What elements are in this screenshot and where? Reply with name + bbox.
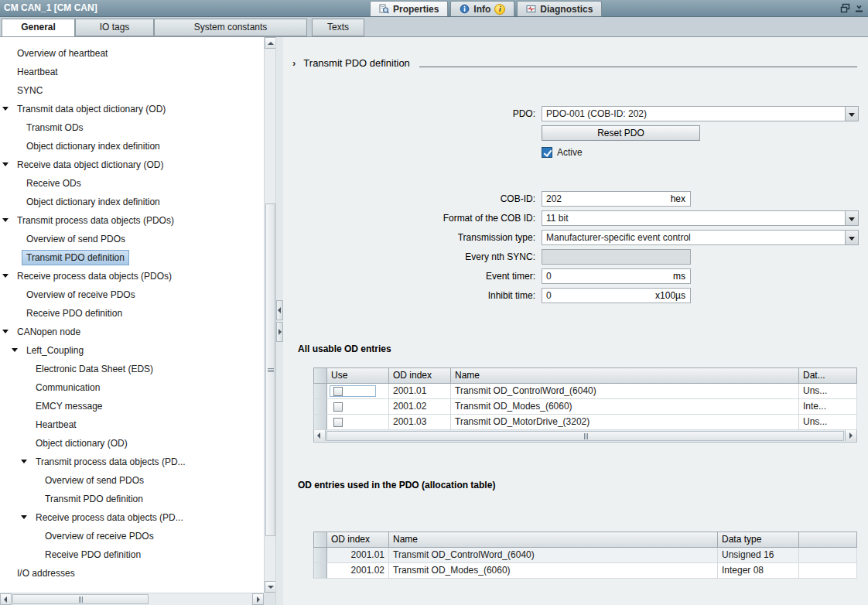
dropdown-arrow-icon[interactable] (845, 107, 858, 121)
table-row[interactable]: 2001.02Transmit OD_Modes_(6060)Inte... (313, 399, 857, 415)
column-header[interactable]: Name (389, 532, 718, 548)
expand-triangle-icon[interactable] (12, 348, 18, 352)
use-checkbox-cell[interactable] (330, 416, 376, 428)
cob-format-select[interactable]: 11 bit (542, 210, 859, 226)
row-selector[interactable] (313, 384, 327, 399)
active-checkbox[interactable] (542, 147, 552, 158)
column-header[interactable] (799, 532, 857, 548)
table-horizontal-scrollbar[interactable] (313, 430, 857, 443)
scroll-up-icon[interactable] (265, 37, 276, 49)
sidebar-horizontal-scrollbar[interactable] (0, 593, 264, 605)
scroll-down-icon[interactable] (265, 581, 276, 593)
tab-diagnostics[interactable]: Diagnostics (517, 1, 602, 16)
tab-properties[interactable]: Properties (370, 1, 448, 16)
tree-item[interactable]: Heartbeat (0, 415, 264, 433)
tree-item[interactable]: SYNC (0, 80, 264, 99)
tab-texts[interactable]: Texts (312, 19, 364, 36)
tree-item[interactable]: Overview of heartbeat (0, 43, 264, 62)
tree-item[interactable]: Overview of send PDOs (0, 470, 264, 489)
tree-item[interactable]: Receive PDO definition (0, 303, 264, 322)
vertical-scroll-thumb[interactable] (265, 203, 275, 536)
scroll-right-icon[interactable] (252, 593, 264, 605)
expand-triangle-icon[interactable] (2, 274, 9, 278)
column-header[interactable]: Dat... (799, 367, 857, 384)
tree-item[interactable]: Transmit PDO definition (0, 489, 264, 508)
use-checkbox[interactable] (333, 402, 343, 412)
transmission-type-select[interactable]: Manufacturer-specific event control (542, 230, 859, 245)
dropdown-arrow-icon[interactable] (845, 211, 858, 225)
expand-sidebar-button[interactable] (276, 322, 283, 342)
collapse-pane-icon[interactable] (854, 3, 864, 15)
row-selector[interactable] (313, 548, 327, 563)
tree-item[interactable]: Transmit process data objects (PDOs) (0, 210, 264, 229)
tree-item[interactable]: Object dictionary index definition (0, 136, 264, 155)
float-pane-icon[interactable] (840, 3, 850, 15)
tree-item[interactable]: Overview of send PDOs (0, 229, 264, 248)
scroll-left-icon[interactable] (314, 430, 326, 441)
tree-item[interactable]: Transmit process data objects (PD... (0, 452, 264, 470)
expand-triangle-icon[interactable] (2, 162, 9, 166)
tree-item[interactable]: Transmit ODs (0, 118, 264, 136)
table-row[interactable]: 2001.02Transmit OD_Modes_(6060)Integer 0… (313, 563, 857, 579)
tree-item[interactable]: Electronic Data Sheet (EDS) (0, 359, 264, 378)
use-checkbox-cell[interactable] (330, 401, 376, 412)
tree-item[interactable]: Receive ODs (0, 173, 264, 192)
row-selector[interactable] (313, 563, 327, 579)
pdo-select[interactable]: PDO-001 (COB-ID: 202) (542, 106, 859, 121)
use-checkbox-cell[interactable] (330, 385, 376, 397)
tab-system-constants[interactable]: System constants (154, 19, 307, 36)
use-checkbox[interactable] (333, 418, 343, 427)
tree-item[interactable]: Heartbeat (0, 62, 264, 80)
tree-item[interactable]: Communication (0, 378, 264, 396)
tree-item[interactable]: Transmit data object dictionary (OD) (0, 99, 264, 118)
tree-item[interactable]: Object dictionary (OD) (0, 433, 264, 452)
tree-item[interactable]: Receive PDO definition (0, 545, 264, 563)
pane-splitter[interactable] (275, 37, 283, 605)
expand-triangle-icon[interactable] (2, 218, 9, 222)
section-chevron-icon[interactable]: › (292, 57, 296, 69)
tree-item[interactable]: EMCY message (0, 396, 264, 415)
tree-item[interactable]: CANopen node (0, 322, 264, 340)
expand-triangle-icon[interactable] (2, 107, 9, 111)
tree-item[interactable]: Overview of receive PDOs (0, 526, 264, 545)
cob-id-input[interactable]: 202 hex (542, 191, 691, 207)
dropdown-arrow-icon[interactable] (845, 231, 858, 244)
tree-item[interactable]: I/O addresses (0, 563, 264, 582)
row-selector[interactable] (313, 399, 327, 415)
tab-io-tags[interactable]: IO tags (75, 19, 154, 36)
expand-triangle-icon[interactable] (21, 460, 27, 463)
column-header[interactable]: OD index (327, 532, 389, 548)
use-checkbox[interactable] (333, 387, 343, 396)
tab-info[interactable]: Info i (450, 1, 514, 16)
tree-item[interactable]: Transmit PDO definition (0, 248, 264, 266)
horizontal-scroll-thumb[interactable] (326, 431, 844, 441)
tree-item[interactable]: Object dictionary index definition (0, 192, 264, 210)
sidebar-vertical-scrollbar[interactable] (264, 37, 275, 593)
event-timer-input[interactable]: 0 ms (542, 268, 691, 284)
table-row[interactable]: 2001.03Transmit OD_MotorDrive_(3202)Uns.… (313, 415, 857, 430)
scroll-right-icon[interactable] (845, 430, 856, 441)
table-row[interactable]: 2001.01Transmit OD_ControlWord_(6040)Uns… (313, 384, 857, 399)
scroll-track[interactable] (326, 430, 845, 442)
window-controls (840, 3, 864, 15)
column-header[interactable]: Use (327, 367, 389, 384)
tree-item[interactable]: Receive process data objects (PDOs) (0, 266, 264, 285)
column-header[interactable]: Name (451, 367, 799, 384)
expand-triangle-icon[interactable] (2, 330, 9, 333)
tree-item[interactable]: Left_Coupling (0, 340, 264, 359)
column-header[interactable]: OD index (389, 367, 451, 384)
row-selector[interactable] (313, 415, 327, 430)
expand-triangle-icon[interactable] (21, 515, 27, 519)
tree-item[interactable]: Receive data object dictionary (OD) (0, 155, 264, 173)
tree-item[interactable]: Receive process data objects (PD... (0, 508, 264, 526)
column-header[interactable]: Data type (718, 532, 799, 548)
reset-pdo-button[interactable]: Reset PDO (542, 125, 700, 141)
tab-general[interactable]: General (2, 19, 75, 37)
usable-od-table-head: UseOD indexNameDat... (313, 367, 857, 384)
horizontal-scroll-thumb[interactable] (12, 594, 149, 604)
table-row[interactable]: 2001.01Transmit OD_ControlWord_(6040)Uns… (313, 548, 857, 563)
collapse-sidebar-button[interactable] (276, 300, 283, 320)
tree-item[interactable]: Overview of receive PDOs (0, 285, 264, 303)
inhibit-time-input[interactable]: 0 x100µs (542, 288, 691, 303)
scroll-left-icon[interactable] (0, 593, 12, 605)
